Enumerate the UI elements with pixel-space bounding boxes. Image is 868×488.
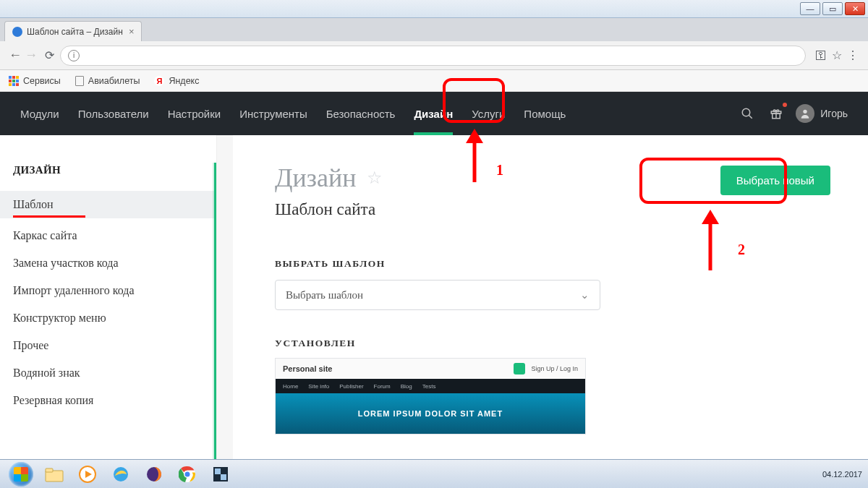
bookmark-label: Яндекс — [169, 76, 199, 86]
saved-password-icon[interactable]: ⚿ — [813, 49, 829, 62]
site-info-icon[interactable]: i — [68, 50, 80, 61]
reload-button[interactable]: ⟳ — [45, 48, 54, 62]
nav-modules[interactable]: Модули — [20, 92, 59, 135]
taskbar-ie-icon[interactable] — [106, 463, 136, 486]
dropdown-value: Выбрать шаблон — [286, 289, 363, 301]
bookmarks-bar: Сервисы Авиабилеты Я Яндекс — [0, 70, 868, 92]
page-icon — [75, 76, 84, 86]
taskbar-app-icon[interactable] — [205, 463, 236, 486]
taskbar-firefox-icon[interactable] — [139, 463, 169, 486]
sidebar-item-menu-builder[interactable]: Конструктор меню — [13, 304, 216, 332]
forward-button[interactable]: → — [23, 48, 39, 63]
taskbar-explorer-icon[interactable] — [39, 463, 69, 486]
sidebar-item-other[interactable]: Прочее — [13, 332, 216, 359]
taskbar-wmp-icon[interactable] — [72, 463, 103, 486]
nav-tools[interactable]: Инструменты — [239, 92, 307, 135]
sidebar-item-frame[interactable]: Каркас сайта — [13, 222, 216, 249]
apps-label: Сервисы — [23, 76, 61, 86]
favicon-icon — [12, 27, 22, 37]
tab-title: Шаблон сайта – Дизайн — [27, 27, 123, 37]
gift-icon[interactable] — [767, 104, 786, 123]
sidebar-item-import-code[interactable]: Импорт удаленного кода — [13, 277, 216, 304]
taskbar-chrome-icon[interactable] — [172, 463, 203, 486]
template-dropdown[interactable]: Выбрать шаблон ⌄ — [275, 280, 600, 310]
preview-header: Personal site Sign Up / Log In — [276, 359, 585, 379]
preview-site-name: Personal site — [283, 364, 332, 373]
browser-tab[interactable]: Шаблон сайта – Дизайн × — [4, 21, 142, 41]
nav-settings[interactable]: Настройки — [168, 92, 221, 135]
installed-label: УСТАНОВЛЕН — [275, 338, 832, 349]
sidebar-title: ДИЗАЙН — [13, 164, 216, 176]
sidebar-item-watermark[interactable]: Водяной знак — [13, 359, 216, 387]
svg-rect-20 — [215, 468, 221, 474]
preview-signin: Sign Up / Log In — [531, 365, 578, 372]
notification-dot — [783, 103, 787, 107]
main-panel: Дизайн ☆ Шаблон сайта Выбрать новый ВЫБР… — [233, 135, 868, 459]
preview-search-icon — [514, 363, 525, 374]
start-button[interactable] — [6, 463, 36, 486]
preview-hero: LOREM IPSUM DOLOR SIT AMET — [276, 393, 585, 434]
address-bar[interactable]: i — [60, 46, 806, 66]
browser-tabstrip: Шаблон сайта – Дизайн × — [0, 18, 868, 41]
apps-grid-icon — [9, 76, 19, 86]
preview-menu: Home Site info Publisher Forum Blog Test… — [276, 379, 585, 393]
page-subtitle: Шаблон сайта — [275, 200, 832, 219]
annotation-underline — [13, 215, 85, 218]
sidebar-accent-bar — [213, 163, 216, 459]
windows-taskbar: 18:28 04.12.2017 — [0, 459, 868, 488]
bookmark-item-1[interactable]: Авиабилеты — [75, 76, 140, 86]
browser-menu-icon[interactable]: ⋮ — [845, 48, 861, 62]
svg-point-14 — [114, 467, 128, 481]
bookmark-star-icon[interactable]: ☆ — [829, 48, 845, 62]
nav-users[interactable]: Пользователи — [78, 92, 149, 135]
window-close-button[interactable]: ✕ — [845, 2, 865, 15]
nav-design[interactable]: Дизайн — [414, 92, 453, 135]
windows-titlebar: — ▭ ✕ — [0, 0, 868, 18]
select-template-label: ВЫБРАТЬ ШАБЛОН — [275, 258, 832, 270]
content-area: ДИЗАЙН Шаблон Каркас сайта Замена участк… — [0, 135, 868, 459]
back-button[interactable]: ← — [7, 48, 23, 63]
yandex-icon: Я — [154, 76, 164, 86]
system-tray[interactable]: 18:28 04.12.2017 — [817, 470, 862, 479]
nav-security[interactable]: Безопасность — [326, 92, 396, 135]
chevron-down-icon: ⌄ — [580, 288, 590, 301]
bookmark-item-2[interactable]: Я Яндекс — [154, 76, 199, 86]
template-preview[interactable]: Personal site Sign Up / Log In Home Site… — [275, 358, 586, 435]
sidebar-item-backup[interactable]: Резервная копия — [13, 387, 216, 414]
window-minimize-button[interactable]: — — [800, 2, 820, 15]
svg-point-0 — [743, 108, 751, 116]
browser-toolbar: ← → ⟳ i ⚿ ☆ ⋮ — [0, 41, 868, 70]
sidebar-item-template[interactable]: Шаблон — [0, 191, 216, 218]
svg-rect-11 — [46, 468, 53, 472]
favorite-star-icon[interactable]: ☆ — [367, 168, 383, 188]
search-icon[interactable] — [738, 104, 757, 123]
avatar[interactable] — [796, 104, 814, 123]
svg-rect-21 — [221, 474, 226, 480]
app-topnav: Модули Пользователи Настройки Инструмент… — [0, 92, 868, 135]
nav-help[interactable]: Помощь — [524, 92, 566, 135]
tray-date: 04.12.2017 — [822, 470, 862, 479]
username-label[interactable]: Игорь — [820, 108, 848, 119]
nav-services[interactable]: Услуги — [472, 92, 505, 135]
window-restore-button[interactable]: ▭ — [822, 2, 843, 15]
sidebar: ДИЗАЙН Шаблон Каркас сайта Замена участк… — [0, 135, 217, 459]
choose-new-button[interactable]: Выбрать новый — [720, 166, 830, 195]
svg-line-1 — [749, 115, 753, 119]
sidebar-item-replace-code[interactable]: Замена участков кода — [13, 249, 216, 277]
svg-point-5 — [804, 110, 807, 114]
bookmark-label: Авиабилеты — [88, 76, 140, 86]
tab-close-icon[interactable]: × — [129, 26, 135, 37]
apps-shortcut[interactable]: Сервисы — [9, 76, 61, 86]
